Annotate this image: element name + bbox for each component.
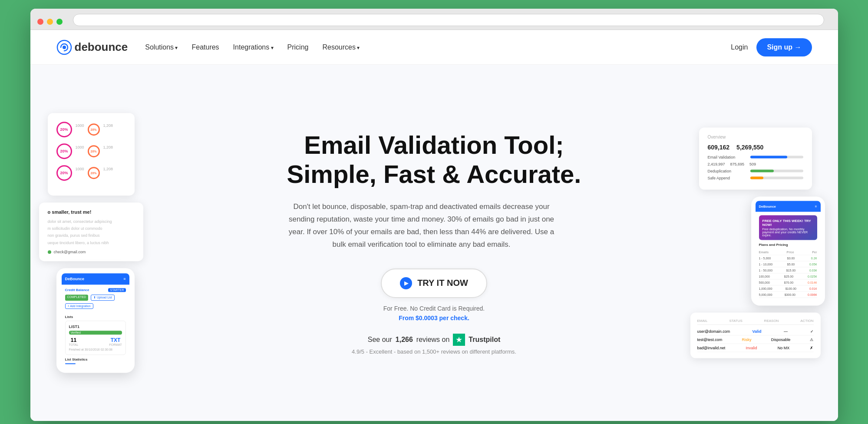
side-left-decoratives: 20% 1000 20% 1,208 20% 1000 20% 1,208: [30, 113, 213, 373]
pricing-row-6: 1,000,000 $100.00 0.01¢: [759, 286, 817, 292]
list-item: LIST1 Verified 11 TOTAL TXT FORMAT: [65, 321, 126, 355]
signup-button[interactable]: Sign up →: [756, 38, 812, 56]
nav-link-resources[interactable]: Resources: [322, 43, 360, 51]
data-table-header: EMAIL STATUS REASON ACTION: [697, 319, 814, 325]
close-dot[interactable]: [37, 19, 43, 25]
nav-item-solutions[interactable]: Solutions: [145, 43, 178, 51]
stat-mini-1: 20%: [88, 123, 100, 136]
email-status: check@gmail.com: [48, 250, 135, 254]
minimize-dot[interactable]: [47, 19, 53, 25]
hero-title: Email Validation Tool; Simple, Fast & Ac…: [287, 131, 581, 189]
stat-circle-2: 20%: [56, 143, 72, 159]
stat-circle-3: 20%: [56, 165, 72, 181]
left-phone-mockup: DeBounce ≡ Credit Balance STARTER COMPLE…: [56, 268, 135, 373]
dedup-bar: [750, 170, 803, 172]
lists-section-title: Lists: [65, 315, 126, 319]
pricing-row-1: 1 - 5,000 $3.00 0.2¢: [759, 255, 817, 262]
svg-point-1: [63, 46, 66, 49]
pricing-row-2: 1 - 10,000 $5.00 0.05¢: [759, 262, 817, 268]
navbar: debounce Solutions Features Integrations…: [30, 30, 838, 65]
browser-window: debounce Solutions Features Integrations…: [30, 9, 838, 421]
nav-item-integrations[interactable]: Integrations: [233, 43, 274, 51]
pricing-row-4: 100,000 $25.00 0.025¢: [759, 274, 817, 280]
nav-item-pricing[interactable]: Pricing: [287, 43, 309, 51]
price-text: From $0.0003 per check.: [287, 315, 581, 321]
trustpilot-section: See our 1,266 reviews on ★ Trustpilot 4.…: [287, 334, 581, 355]
phone-header: DeBounce ≡: [62, 273, 129, 285]
stat-row-2: 20% 1000 20% 1,208: [56, 143, 126, 159]
stat-nums-1: 1000 20% 1,208: [76, 123, 113, 136]
stat-nums-2: 1000 20% 1,208: [76, 145, 113, 157]
data-row-3: bad@invalid.net Invalid No MX ✗: [697, 344, 814, 352]
email-validation-row: Email Validation: [708, 155, 803, 159]
nav-item-features[interactable]: Features: [191, 43, 219, 51]
nav-item-resources[interactable]: Resources: [322, 43, 360, 51]
overview-numbers: 609,162 5,269,550: [708, 144, 803, 151]
verified-badge: Verified: [69, 331, 122, 335]
nav-link-solutions[interactable]: Solutions: [145, 43, 178, 51]
address-bar[interactable]: [73, 14, 824, 26]
nav-link-pricing[interactable]: Pricing: [287, 43, 309, 51]
text-card-lines: dolor sit amet, consectetur adipiscing m…: [48, 218, 135, 246]
nav-left: debounce Solutions Features Integrations…: [56, 40, 360, 55]
data-row-2: test@test.com Risky Disposable ⚠: [697, 336, 814, 344]
hero-description: Don't let bounce, disposable, spam-trap …: [287, 201, 556, 251]
stats-card: 20% 1000 20% 1,208 20% 1000 20% 1,208: [48, 113, 135, 195]
pricing-row-3: 1 - 50,000 $15.00 0.03¢: [759, 268, 817, 274]
browser-chrome: [30, 9, 838, 30]
right-phone-mockup: DeBounce ≡ FREE ONLY THIS WEEK! TRY NOW!…: [751, 197, 825, 306]
trustpilot-sub: 4.9/5 - Excellent - based on 1,500+ revi…: [352, 348, 516, 355]
stat-nums-3: 1000 20% 1,208: [76, 167, 113, 179]
free-text: For Free. No Credit Card is Required.: [287, 305, 581, 312]
login-button[interactable]: Login: [731, 43, 748, 51]
try-it-now-button[interactable]: ▶ TRY IT NOW: [381, 268, 487, 298]
pricing-table: Emails Price Per 1 - 5,000 $3.00 0.2¢ 1 …: [759, 249, 817, 298]
email-validation-bar: [750, 156, 803, 159]
safe-append-bar: [750, 177, 803, 179]
stat-row-1: 20% 1000 20% 1,208: [56, 122, 126, 137]
overview-label: Overview: [708, 135, 803, 139]
overview-card: Overview 609,162 5,269,550 Email Validat…: [699, 128, 812, 190]
pricing-row-7: 5,000,000 $300.00 0.006¢: [759, 292, 817, 298]
list-stats-title: List Statistics: [65, 358, 126, 361]
stat-mini-3: 20%: [88, 167, 100, 179]
trustpilot-line: See our 1,266 reviews on ★ Trustpilot: [368, 334, 500, 346]
nav-link-features[interactable]: Features: [191, 43, 219, 51]
trustpilot-star-icon: ★: [453, 334, 465, 346]
logo[interactable]: debounce: [56, 40, 128, 55]
data-table-card: EMAIL STATUS REASON ACTION user@domain.c…: [690, 313, 821, 358]
logo-text: debounce: [75, 40, 128, 54]
right-phone-body: FREE ONLY THIS WEEK! TRY NOW! Free dedup…: [756, 212, 821, 301]
nav-links: Solutions Features Integrations Pricing …: [145, 43, 360, 51]
stat-row-3: 20% 1000 20% 1,208: [56, 165, 126, 181]
nav-link-integrations[interactable]: Integrations: [233, 43, 274, 51]
nav-right: Login Sign up →: [731, 38, 812, 56]
text-card-title: o smaller, trust me!: [48, 209, 135, 215]
promo-banner: FREE ONLY THIS WEEK! TRY NOW! Free dedup…: [759, 215, 817, 240]
pricing-row-5: 500,000 $70.00 0.014¢: [759, 280, 817, 286]
data-row-1: user@domain.com Valid — ✓: [697, 328, 814, 336]
email-green-dot: [48, 250, 51, 254]
side-right-decoratives: Overview 609,162 5,269,550 Email Validat…: [656, 128, 838, 358]
stat-mini-2: 20%: [88, 145, 100, 157]
text-snippet-card: o smaller, trust me! dolor sit amet, con…: [39, 202, 143, 261]
safe-append-row: Safe Append: [708, 176, 803, 180]
phone-body: Credit Balance STARTER COMPLETED ⬆ Uploa…: [62, 285, 129, 368]
play-icon: ▶: [400, 277, 412, 289]
dedup-row: Deduplication: [708, 169, 803, 173]
stat-circle-1: 20%: [56, 122, 72, 137]
hero-content: Email Validation Tool; Simple, Fast & Ac…: [287, 131, 581, 355]
maximize-dot[interactable]: [56, 19, 63, 25]
hero-section: 20% 1000 20% 1,208 20% 1000 20% 1,208: [30, 65, 838, 421]
